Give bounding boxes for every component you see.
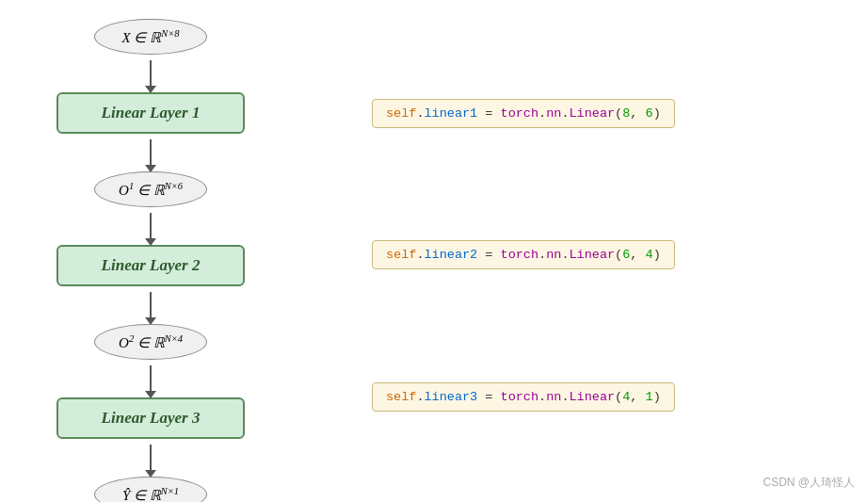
code-box-1: self.linear1 = torch.nn.Linear(8, 6) bbox=[372, 99, 675, 128]
code3-out: 1 bbox=[646, 390, 653, 404]
code1-self: self bbox=[386, 106, 416, 121]
code2-out: 4 bbox=[646, 248, 653, 262]
o1-node: O1 ∈ ℝN×6 bbox=[94, 171, 207, 207]
code2-torch: torch bbox=[501, 248, 539, 262]
linear-layer-1: Linear Layer 1 bbox=[56, 92, 245, 134]
code2-linear: Linear bbox=[569, 248, 615, 262]
code3-self: self bbox=[386, 390, 416, 404]
arrow-2 bbox=[150, 139, 152, 166]
code-box-3: self.linear3 = torch.nn.Linear(4, 1) bbox=[372, 382, 675, 412]
linear-layer-2-label: Linear Layer 2 bbox=[102, 256, 201, 274]
code1-linear: Linear bbox=[569, 106, 615, 121]
o1-label: O1 ∈ ℝN×6 bbox=[119, 181, 183, 199]
diagram-container: X ∈ ℝN×8 Linear Layer 1 O1 ∈ ℝN×6 Linear… bbox=[56, 19, 245, 502]
arrow-3 bbox=[150, 213, 152, 239]
code3-attr: linear3 bbox=[425, 390, 478, 404]
code2-nn: nn bbox=[546, 248, 561, 262]
linear-layer-1-label: Linear Layer 1 bbox=[102, 104, 201, 121]
o2-label: O2 ∈ ℝN×4 bbox=[119, 333, 183, 351]
code1-torch: torch bbox=[501, 106, 539, 121]
linear-layer-3-label: Linear Layer 3 bbox=[102, 409, 201, 427]
arrow-6 bbox=[150, 445, 152, 471]
code2-attr: linear2 bbox=[425, 248, 478, 262]
y-output-label: Ŷ ∈ ℝN×1 bbox=[122, 486, 179, 503]
code3-nn: nn bbox=[546, 390, 561, 404]
code3-linear: Linear bbox=[569, 390, 615, 404]
code1-attr: linear1 bbox=[425, 106, 478, 121]
y-output-node: Ŷ ∈ ℝN×1 bbox=[94, 477, 207, 502]
x-input-node: X ∈ ℝN×8 bbox=[94, 19, 207, 55]
linear-layer-3: Linear Layer 3 bbox=[56, 397, 245, 439]
x-input-label: X ∈ ℝN×8 bbox=[121, 28, 179, 46]
linear-layer-2: Linear Layer 2 bbox=[56, 245, 245, 286]
code1-out: 6 bbox=[646, 106, 653, 121]
code3-torch: torch bbox=[501, 390, 539, 404]
o2-node: O2 ∈ ℝN×4 bbox=[94, 324, 207, 360]
code1-nn: nn bbox=[546, 106, 561, 121]
arrow-1 bbox=[150, 60, 152, 87]
code-box-2: self.linear2 = torch.nn.Linear(6, 4) bbox=[372, 240, 675, 269]
arrow-4 bbox=[150, 292, 152, 318]
arrow-5 bbox=[150, 365, 152, 392]
watermark: CSDN @人琦怪人 bbox=[763, 475, 855, 491]
code2-self: self bbox=[386, 248, 416, 262]
